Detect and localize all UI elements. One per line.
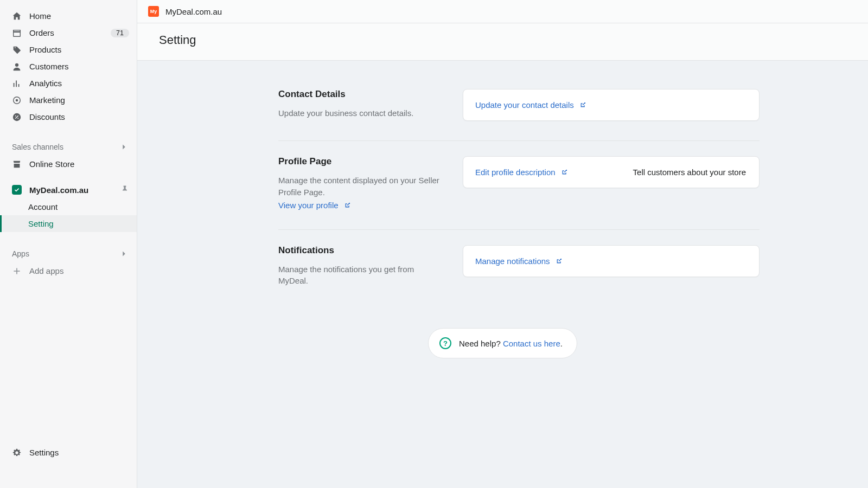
- link-label: Update your contact details: [475, 100, 574, 110]
- link-label: Edit profile description: [475, 168, 556, 177]
- link-label: View your profile: [278, 201, 339, 210]
- nav-label: Analytics: [29, 79, 129, 88]
- person-icon: [12, 62, 22, 72]
- main: My MyDeal.com.au Setting Contact Details…: [137, 0, 868, 488]
- svg-point-4: [17, 118, 18, 119]
- apps-header[interactable]: Apps: [0, 245, 137, 262]
- section-description: Update your business contact details.: [278, 107, 441, 119]
- nav-discounts[interactable]: Discounts: [0, 108, 137, 125]
- manage-notifications-link[interactable]: Manage notifications: [475, 256, 563, 266]
- nav-label: Online Store: [29, 159, 129, 169]
- sub-nav-label: Account: [28, 202, 58, 211]
- orders-icon: [12, 28, 22, 38]
- nav-label: Customers: [29, 62, 129, 71]
- help-text: Need help? Contact us here.: [459, 339, 563, 348]
- section-label: Apps: [12, 249, 29, 258]
- pin-icon[interactable]: [120, 185, 129, 195]
- card-profile: Edit profile description Tell customers …: [463, 156, 760, 188]
- section-profile-page: Profile Page Manage the content displaye…: [278, 140, 760, 229]
- page-title: Setting: [159, 33, 846, 47]
- page-header: Setting: [137, 23, 868, 61]
- nav-label: Home: [29, 11, 129, 21]
- discount-icon: [12, 112, 22, 122]
- orders-badge: 71: [111, 29, 129, 37]
- app-name: MyDeal.com.au: [165, 7, 222, 16]
- nav-mydeal-app[interactable]: MyDeal.com.au: [0, 181, 137, 198]
- gear-icon: [12, 448, 22, 458]
- chevron-right-icon: [119, 142, 129, 152]
- section-contact-details: Contact Details Update your business con…: [278, 74, 760, 140]
- nav-online-store[interactable]: Online Store: [0, 156, 137, 172]
- store-icon: [12, 159, 22, 169]
- section-title: Notifications: [278, 245, 441, 256]
- nav-label: Discounts: [29, 112, 129, 121]
- tag-icon: [12, 45, 22, 55]
- sub-nav-label: Setting: [28, 219, 54, 228]
- mydeal-app-icon: [12, 185, 22, 195]
- link-label: Manage notifications: [475, 256, 550, 266]
- help-icon: ?: [439, 337, 451, 349]
- card-notifications: Manage notifications: [463, 245, 760, 277]
- sales-channels-header[interactable]: Sales channels: [0, 138, 137, 156]
- nav-label: Orders: [29, 28, 103, 37]
- chevron-right-icon: [119, 249, 129, 259]
- nav-label: Marketing: [29, 95, 129, 105]
- nav-analytics[interactable]: Analytics: [0, 75, 137, 92]
- nav-label: Products: [29, 45, 129, 54]
- nav-label: MyDeal.com.au: [29, 185, 113, 195]
- topbar: My MyDeal.com.au: [137, 0, 868, 23]
- target-icon: [12, 95, 22, 105]
- nav-mydeal-setting[interactable]: Setting: [0, 215, 137, 232]
- help-suffix: .: [560, 339, 563, 348]
- sidebar: Home Orders 71 Products Customers Analyt…: [0, 0, 137, 488]
- profile-hint-text: Tell customers about your store: [633, 168, 746, 177]
- section-title: Contact Details: [278, 89, 441, 100]
- svg-point-3: [15, 115, 16, 116]
- nav-orders[interactable]: Orders 71: [0, 24, 137, 41]
- content: Contact Details Update your business con…: [137, 61, 868, 488]
- plus-icon: [12, 266, 22, 276]
- external-link-icon: [561, 169, 568, 176]
- section-notifications: Notifications Manage the notifications y…: [278, 229, 760, 307]
- nav-settings[interactable]: Settings: [0, 444, 137, 461]
- app-logo-icon: My: [148, 6, 159, 17]
- bar-chart-icon: [12, 79, 22, 88]
- home-icon: [12, 11, 22, 21]
- section-label: Sales channels: [12, 143, 63, 151]
- view-profile-link[interactable]: View your profile: [278, 201, 351, 210]
- external-link-icon: [556, 258, 563, 265]
- nav-customers[interactable]: Customers: [0, 58, 137, 75]
- section-title: Profile Page: [278, 156, 441, 167]
- help-prefix: Need help?: [459, 339, 503, 348]
- svg-point-1: [16, 99, 18, 101]
- section-description: Manage the content displayed on your Sel…: [278, 175, 441, 198]
- nav-mydeal-account[interactable]: Account: [0, 198, 137, 215]
- nav-label: Add apps: [29, 266, 129, 275]
- external-link-icon: [344, 202, 351, 209]
- update-contact-details-link[interactable]: Update your contact details: [475, 100, 586, 110]
- nav-products[interactable]: Products: [0, 41, 137, 58]
- nav-label: Settings: [29, 448, 129, 457]
- section-description: Manage the notifications you get from My…: [278, 264, 441, 287]
- nav-home[interactable]: Home: [0, 8, 137, 24]
- help-pill: ? Need help? Contact us here.: [428, 328, 577, 358]
- external-link-icon: [579, 101, 586, 108]
- card-contact: Update your contact details: [463, 89, 760, 121]
- contact-us-link[interactable]: Contact us here: [503, 339, 560, 348]
- edit-profile-description-link[interactable]: Edit profile description: [475, 168, 568, 177]
- nav-marketing[interactable]: Marketing: [0, 92, 137, 108]
- nav-add-apps[interactable]: Add apps: [0, 262, 137, 279]
